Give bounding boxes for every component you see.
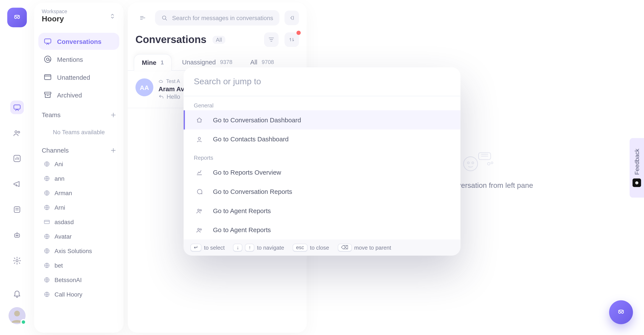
enter-key-icon: ↵ xyxy=(190,244,202,251)
rail-bot-icon[interactable] xyxy=(10,228,24,242)
rail-settings-icon[interactable] xyxy=(10,254,24,268)
notifications-icon[interactable] xyxy=(13,289,21,298)
svg-point-1 xyxy=(17,16,20,18)
nav-mentions[interactable]: Mentions xyxy=(38,51,119,68)
menu-icon[interactable] xyxy=(136,10,150,25)
channel-item[interactable]: asdasd xyxy=(38,215,119,229)
backspace-key-icon: ⌫ xyxy=(338,244,352,251)
channel-label: Axis Solutions xyxy=(54,248,92,254)
rail-help-icon[interactable] xyxy=(10,203,24,216)
palette-item[interactable]: Go to Conversation Dashboard xyxy=(184,110,460,130)
chat-fab[interactable] xyxy=(609,300,633,324)
svg-rect-2 xyxy=(14,105,20,109)
channel-item[interactable]: Arni xyxy=(38,200,119,214)
collapse-panel-icon[interactable] xyxy=(284,10,299,25)
people-icon xyxy=(195,226,204,234)
home-icon xyxy=(195,116,204,124)
rail-campaigns-icon[interactable] xyxy=(10,177,24,191)
palette-item[interactable]: Go to Conversation Reports xyxy=(184,182,460,201)
teams-empty: No Teams available xyxy=(34,122,124,139)
svg-point-11 xyxy=(14,311,20,316)
svg-point-30 xyxy=(472,162,474,164)
globe-icon xyxy=(44,175,50,182)
palette-item[interactable]: Go to Agent Reports xyxy=(184,220,460,240)
nav-label: Archived xyxy=(57,92,82,99)
palette-item[interactable]: Go to Contacts Dashboard xyxy=(184,130,460,149)
footer-hint: move to parent xyxy=(354,244,391,251)
sort-icon[interactable] xyxy=(284,32,299,47)
command-palette[interactable]: Search or jump to GeneralGo to Conversat… xyxy=(184,67,460,256)
palette-search-input[interactable]: Search or jump to xyxy=(184,67,460,96)
down-key-icon: ↓ xyxy=(233,244,242,251)
svg-rect-12 xyxy=(44,39,51,43)
presence-online-dot xyxy=(20,319,26,325)
channel-item[interactable]: bet xyxy=(38,258,119,272)
channel-label: Arman xyxy=(54,190,72,196)
workspace-name: Hoory xyxy=(42,14,67,23)
channel-item[interactable]: Ani xyxy=(38,157,119,171)
svg-point-40 xyxy=(621,311,624,314)
conversations-icon xyxy=(44,37,52,46)
svg-point-36 xyxy=(200,210,202,211)
add-team-button[interactable] xyxy=(110,111,117,118)
channel-item[interactable]: BetssonAI xyxy=(38,273,119,286)
channel-item[interactable]: ann xyxy=(38,172,119,185)
rail-conversations-icon[interactable] xyxy=(10,100,24,114)
reply-icon xyxy=(158,94,164,100)
nav-archived[interactable]: Archived xyxy=(38,86,119,104)
channel-item[interactable]: Avatar xyxy=(38,230,119,243)
palette-item-label: Go to Reports Overview xyxy=(213,169,281,176)
svg-point-3 xyxy=(15,131,17,133)
palette-item-label: Go to Agent Reports xyxy=(213,226,271,234)
list-scope[interactable]: All xyxy=(212,36,226,44)
svg-point-33 xyxy=(491,162,493,164)
workspace-label: Workspace xyxy=(42,8,67,14)
channel-label: Call Hoory xyxy=(54,291,82,298)
channel-label: Avatar xyxy=(54,233,72,240)
filter-icon[interactable] xyxy=(264,32,278,47)
cloud-icon xyxy=(158,79,164,84)
feedback-tab[interactable]: Feedback ☻ xyxy=(630,138,644,198)
channel-item[interactable]: Arman xyxy=(38,186,119,200)
feedback-label: Feedback xyxy=(634,149,640,175)
globe-icon xyxy=(44,160,50,168)
svg-rect-16 xyxy=(44,92,51,94)
add-channel-button[interactable] xyxy=(110,147,117,154)
channel-item[interactable]: Call Hoory xyxy=(38,288,119,301)
palette-item[interactable]: Go to Reports Overview xyxy=(184,163,460,182)
icon-rail xyxy=(0,0,34,335)
globe-icon xyxy=(44,233,50,240)
palette-item-label: Go to Conversation Reports xyxy=(213,188,292,195)
svg-point-8 xyxy=(16,235,17,236)
nav-unattended[interactable]: Unattended xyxy=(38,68,119,86)
mentions-icon xyxy=(44,55,52,63)
nav-conversations[interactable]: Conversations xyxy=(38,33,119,50)
tab-label: Unassigned xyxy=(182,58,216,66)
svg-point-9 xyxy=(17,235,18,236)
workspace-switcher[interactable]: Workspace Hoory xyxy=(34,8,124,27)
contact-avatar: AA xyxy=(136,78,154,96)
nav-label: Conversations xyxy=(57,38,101,45)
app-logo[interactable] xyxy=(7,8,27,27)
rail-contacts-icon[interactable] xyxy=(10,126,24,140)
esc-key-icon: esc xyxy=(292,244,307,251)
user-avatar[interactable] xyxy=(8,307,26,324)
tab-count: 1 xyxy=(160,59,164,66)
svg-point-37 xyxy=(198,228,200,230)
svg-point-13 xyxy=(44,56,51,62)
search-input[interactable]: Search for messages in conversations xyxy=(155,10,280,26)
conversation-preview: Hello xyxy=(166,93,180,100)
svg-point-4 xyxy=(18,132,20,133)
svg-point-10 xyxy=(16,260,18,262)
svg-point-14 xyxy=(46,58,49,60)
search-placeholder: Search for messages in conversations xyxy=(172,14,273,22)
rail-reports-icon[interactable] xyxy=(10,152,24,165)
tab-mine[interactable]: Mine1 xyxy=(134,54,172,71)
channel-item[interactable]: Axis Solutions xyxy=(38,244,119,258)
svg-rect-21 xyxy=(44,220,50,224)
empty-state-illustration xyxy=(456,146,494,175)
footer-hint: to select xyxy=(204,244,224,251)
conversation-channel: Test A xyxy=(166,78,180,84)
palette-item[interactable]: Go to Agent Reports xyxy=(184,201,460,220)
palette-item-label: Go to Conversation Dashboard xyxy=(213,116,301,124)
